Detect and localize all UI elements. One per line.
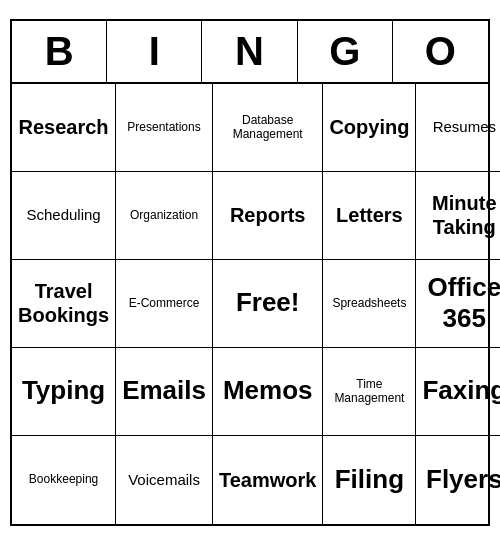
- bingo-cell[interactable]: Resumes: [416, 84, 500, 172]
- bingo-cell[interactable]: Research: [12, 84, 116, 172]
- bingo-cell[interactable]: Typing: [12, 348, 116, 436]
- bingo-cell[interactable]: Teamwork: [213, 436, 323, 524]
- bingo-cell[interactable]: Memos: [213, 348, 323, 436]
- header-letter: B: [12, 21, 107, 82]
- bingo-cell[interactable]: Presentations: [116, 84, 213, 172]
- header-letter: G: [298, 21, 393, 82]
- bingo-cell[interactable]: Flyers: [416, 436, 500, 524]
- bingo-cell[interactable]: E-Commerce: [116, 260, 213, 348]
- bingo-cell[interactable]: Time Management: [323, 348, 416, 436]
- header-letter: I: [107, 21, 202, 82]
- header-letter: N: [202, 21, 297, 82]
- bingo-cell[interactable]: Bookkeeping: [12, 436, 116, 524]
- bingo-cell[interactable]: Spreadsheets: [323, 260, 416, 348]
- bingo-cell[interactable]: Voicemails: [116, 436, 213, 524]
- bingo-header: BINGO: [12, 21, 488, 84]
- bingo-cell[interactable]: Faxing: [416, 348, 500, 436]
- bingo-grid: ResearchPresentationsDatabase Management…: [12, 84, 488, 524]
- bingo-cell[interactable]: Database Management: [213, 84, 323, 172]
- bingo-cell[interactable]: Letters: [323, 172, 416, 260]
- bingo-cell[interactable]: Travel Bookings: [12, 260, 116, 348]
- bingo-cell[interactable]: Copying: [323, 84, 416, 172]
- header-letter: O: [393, 21, 488, 82]
- bingo-cell[interactable]: Free!: [213, 260, 323, 348]
- bingo-cell[interactable]: Scheduling: [12, 172, 116, 260]
- bingo-cell[interactable]: Minute Taking: [416, 172, 500, 260]
- bingo-cell[interactable]: Office 365: [416, 260, 500, 348]
- bingo-cell[interactable]: Emails: [116, 348, 213, 436]
- bingo-cell[interactable]: Organization: [116, 172, 213, 260]
- bingo-cell[interactable]: Reports: [213, 172, 323, 260]
- bingo-card: BINGO ResearchPresentationsDatabase Mana…: [10, 19, 490, 526]
- bingo-cell[interactable]: Filing: [323, 436, 416, 524]
